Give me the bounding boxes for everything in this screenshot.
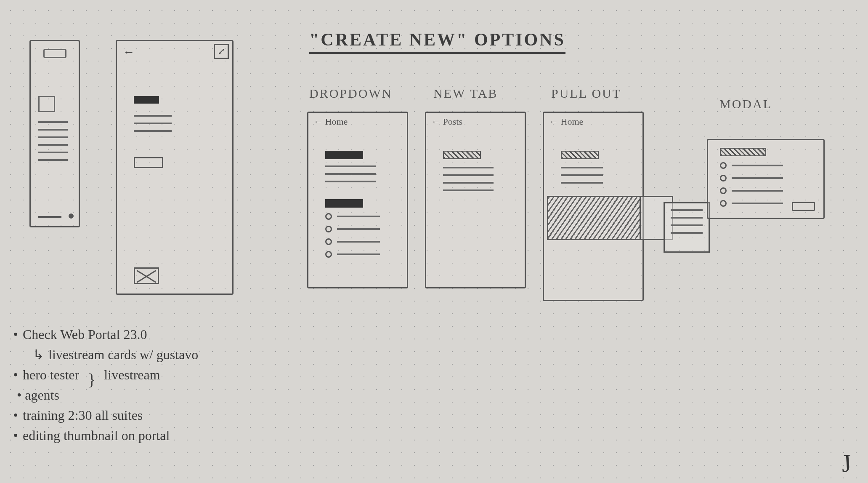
handwritten-notes: •Check Web Portal 23.0 livestream cards … — [13, 324, 198, 446]
option-frame-dropdown: ← Home — [307, 112, 408, 288]
footer-dot — [69, 213, 74, 219]
modal-header-placeholder — [720, 148, 766, 156]
image-placeholder-icon — [134, 267, 159, 284]
option-label-newtab: New Tab — [433, 86, 498, 101]
list-placeholder — [325, 165, 376, 188]
option-frame-newtab: ← Posts — [425, 112, 526, 288]
field-placeholder — [134, 157, 163, 168]
option-label-modal: Modal — [719, 97, 772, 111]
list-placeholder — [38, 121, 68, 167]
sketch-phone-expanded: ← ⤢ — [116, 40, 234, 295]
back-arrow-icon: ← — [123, 45, 135, 59]
stray-mark: J — [840, 448, 852, 478]
footer-line — [38, 216, 61, 218]
pill-placeholder — [43, 49, 66, 58]
pullout-selected-row — [548, 197, 641, 239]
section-heading: "Create New" options — [309, 29, 565, 54]
list-placeholder — [443, 167, 494, 197]
square-placeholder — [38, 96, 55, 112]
modal-confirm-button — [792, 202, 815, 211]
sketch-phone-collapsed — [29, 40, 80, 227]
dropdown-header-placeholder — [325, 199, 363, 208]
back-link: ← Posts — [431, 116, 462, 127]
option-frame-modal — [707, 139, 825, 219]
pullout-flyout — [547, 196, 673, 240]
expand-icon: ⤢ — [214, 44, 229, 59]
dropdown-options — [325, 213, 380, 264]
back-link: ← Home — [549, 116, 583, 127]
header-placeholder — [561, 151, 599, 159]
header-placeholder — [443, 151, 481, 159]
body-lines — [134, 115, 172, 138]
list-placeholder — [561, 167, 603, 189]
option-label-dropdown: Dropdown — [309, 86, 392, 101]
back-link: ← Home — [313, 116, 348, 127]
option-label-pullout: Pull out — [551, 86, 621, 101]
header-placeholder — [325, 151, 363, 159]
modal-options — [720, 162, 783, 213]
pullout-panel — [664, 202, 710, 253]
title-placeholder — [134, 96, 159, 104]
